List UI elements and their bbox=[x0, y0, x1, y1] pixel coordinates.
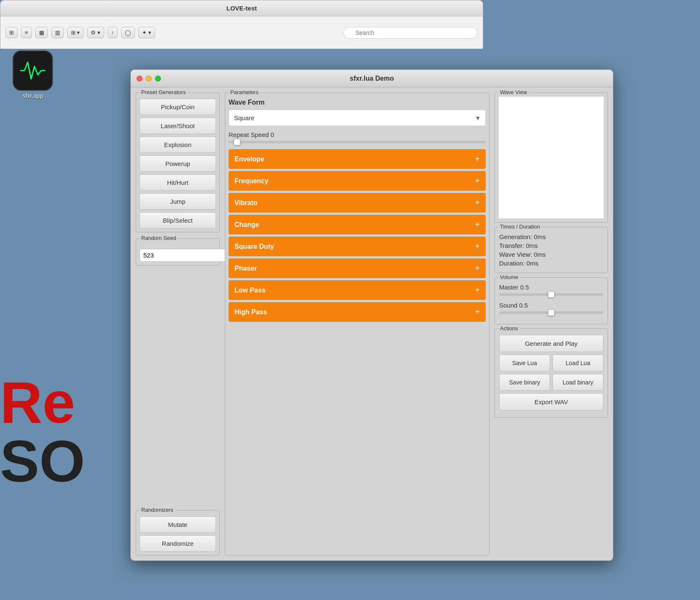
preset-explosion[interactable]: Explosion bbox=[139, 137, 216, 153]
minimize-btn[interactable] bbox=[146, 76, 152, 82]
randomize-btn[interactable]: Randomize bbox=[139, 535, 216, 552]
wave-view-group: Wave View bbox=[495, 92, 608, 223]
low-pass-plus: + bbox=[475, 285, 480, 295]
phaser-accordion[interactable]: Phaser + bbox=[229, 258, 486, 278]
generation-time: Generation: 0ms bbox=[499, 233, 603, 240]
actions-group: Actions Generate and Play Save Lua Load … bbox=[495, 329, 608, 418]
finder-window: LOVE-test ⊞ ≡ ▦ ▥ ⊞ ▾ ⚙ ▾ ↑ ◯ ✦ ▾ 🔍 bbox=[0, 0, 483, 48]
change-accordion[interactable]: Change + bbox=[229, 215, 486, 234]
sfxr-content: Preset Generators Pickup/Coin Laser/Shoo… bbox=[131, 87, 613, 561]
waveform-select[interactable]: Square Sawtooth Sine Noise bbox=[229, 110, 486, 126]
finder-title: LOVE-test bbox=[226, 5, 257, 12]
save-binary-btn[interactable]: Save binary bbox=[499, 374, 550, 391]
ecg-icon-svg bbox=[20, 58, 45, 83]
envelope-label: Envelope bbox=[234, 155, 264, 163]
sfxr-window: sfxr.lua Demo Preset Generators Pickup/C… bbox=[130, 69, 613, 561]
preset-jump[interactable]: Jump bbox=[139, 193, 216, 210]
change-label: Change bbox=[234, 221, 259, 229]
bg-text-line1: Re bbox=[0, 373, 134, 432]
binary-btn-row: Save binary Load binary bbox=[499, 374, 603, 391]
preset-pickup-coin[interactable]: Pickup/Coin bbox=[139, 99, 216, 115]
parameters-title: Parameters bbox=[229, 89, 260, 95]
square-duty-label: Square Duty bbox=[234, 243, 274, 250]
bg-text-line2: SO bbox=[0, 432, 134, 491]
high-pass-accordion[interactable]: High Pass + bbox=[229, 302, 486, 322]
randomizers-title: Randomizers bbox=[139, 507, 175, 513]
volume-group: Volume Master 0.5 Sound 0.5 bbox=[495, 277, 608, 324]
wave-view-title: Wave View bbox=[498, 89, 529, 95]
actions-title: Actions bbox=[498, 325, 520, 332]
frequency-plus: + bbox=[475, 176, 480, 186]
wave-view-time: Wave View: 0ms bbox=[499, 251, 603, 258]
save-lua-btn[interactable]: Save Lua bbox=[499, 355, 550, 371]
master-volume-thumb[interactable] bbox=[548, 291, 555, 298]
search-wrapper: 🔍 bbox=[343, 27, 478, 39]
repeat-speed-slider[interactable] bbox=[229, 141, 486, 143]
export-wav-btn[interactable]: Export WAV bbox=[499, 393, 603, 411]
load-binary-btn[interactable]: Load binary bbox=[553, 374, 603, 391]
transfer-time: Transfer: 0ms bbox=[499, 242, 603, 249]
frequency-accordion[interactable]: Frequency + bbox=[229, 171, 486, 191]
maximize-btn[interactable] bbox=[155, 76, 161, 82]
master-volume-label: Master 0.5 bbox=[499, 284, 603, 291]
low-pass-label: Low Pass bbox=[234, 287, 266, 294]
duration-time: Duration: 0ms bbox=[499, 260, 603, 267]
vibrato-plus: + bbox=[475, 198, 480, 208]
share-btn[interactable]: ↑ bbox=[108, 27, 118, 38]
sound-volume-slider[interactable] bbox=[499, 311, 603, 314]
view-col-btn[interactable]: ▦ bbox=[35, 27, 48, 38]
preset-laser-shoot[interactable]: Laser/Shoot bbox=[139, 118, 216, 134]
square-duty-accordion[interactable]: Square Duty + bbox=[229, 237, 486, 256]
waveform-select-wrapper: Square Sawtooth Sine Noise ▼ bbox=[229, 110, 486, 126]
generate-play-btn[interactable]: Generate and Play bbox=[499, 335, 603, 352]
sfxr-titlebar: sfxr.lua Demo bbox=[131, 70, 613, 87]
sfxr-app-label: sfxr.app bbox=[22, 92, 43, 99]
phaser-plus: + bbox=[475, 263, 480, 273]
load-lua-btn[interactable]: Load Lua bbox=[553, 355, 603, 371]
random-seed-group: Random Seed + - bbox=[136, 238, 220, 266]
sound-volume-label: Sound 0.5 bbox=[499, 302, 603, 309]
preset-hit-hurt[interactable]: Hit/Hurt bbox=[139, 174, 216, 191]
finder-titlebar: LOVE-test bbox=[0, 0, 483, 16]
seed-input[interactable] bbox=[139, 249, 227, 262]
dropbox-btn[interactable]: ✦ ▾ bbox=[138, 27, 155, 38]
sound-volume-thumb[interactable] bbox=[548, 309, 555, 316]
view-grid-btn[interactable]: ⊞ bbox=[5, 27, 18, 38]
phaser-label: Phaser bbox=[234, 265, 257, 272]
action-btn[interactable]: ⚙ ▾ bbox=[87, 27, 104, 38]
envelope-accordion[interactable]: Envelope + bbox=[229, 149, 486, 169]
preset-blip-select[interactable]: Blip/Select bbox=[139, 212, 216, 229]
close-btn[interactable] bbox=[137, 76, 142, 82]
search-input[interactable] bbox=[343, 27, 478, 39]
left-panel: Preset Generators Pickup/Coin Laser/Shoo… bbox=[136, 92, 220, 555]
repeat-speed-thumb[interactable] bbox=[234, 139, 240, 145]
lua-btn-row: Save Lua Load Lua bbox=[499, 355, 603, 371]
waveform-section: Wave Form Square Sawtooth Sine Noise ▼ R… bbox=[229, 99, 486, 322]
seed-input-row: + - bbox=[139, 249, 216, 262]
mutate-btn[interactable]: Mutate bbox=[139, 516, 216, 533]
sfxr-window-title: sfxr.lua Demo bbox=[350, 75, 394, 82]
tag-btn[interactable]: ◯ bbox=[121, 27, 135, 38]
preset-generators-title: Preset Generators bbox=[139, 89, 187, 95]
center-panel: Parameters Wave Form Square Sawtooth Sin… bbox=[225, 92, 489, 555]
sfxr-app-icon[interactable]: sfxr.app bbox=[13, 50, 53, 99]
view-cover-btn[interactable]: ▥ bbox=[51, 27, 64, 38]
envelope-plus: + bbox=[475, 154, 480, 164]
finder-toolbar: ⊞ ≡ ▦ ▥ ⊞ ▾ ⚙ ▾ ↑ ◯ ✦ ▾ 🔍 bbox=[0, 16, 483, 49]
times-title: Times / Duration bbox=[498, 224, 542, 230]
vibrato-accordion[interactable]: Vibrato + bbox=[229, 193, 486, 213]
random-seed-title: Random Seed bbox=[139, 235, 178, 241]
waveform-label: Wave Form bbox=[229, 99, 486, 106]
repeat-speed-label: Repeat Speed 0 bbox=[229, 131, 486, 138]
wave-view-canvas bbox=[498, 96, 604, 219]
view-list-btn[interactable]: ≡ bbox=[21, 27, 32, 38]
randomizers-group: Randomizers Mutate Randomize bbox=[136, 510, 220, 555]
view-more-btn[interactable]: ⊞ ▾ bbox=[67, 27, 84, 38]
times-group: Times / Duration Generation: 0ms Transfe… bbox=[495, 227, 608, 273]
square-duty-plus: + bbox=[475, 242, 480, 251]
left-spacer bbox=[136, 270, 220, 506]
right-panel: Wave View Times / Duration Generation: 0… bbox=[495, 92, 608, 555]
master-volume-slider[interactable] bbox=[499, 293, 603, 296]
preset-powerup[interactable]: Powerup bbox=[139, 155, 216, 172]
low-pass-accordion[interactable]: Low Pass + bbox=[229, 280, 486, 300]
